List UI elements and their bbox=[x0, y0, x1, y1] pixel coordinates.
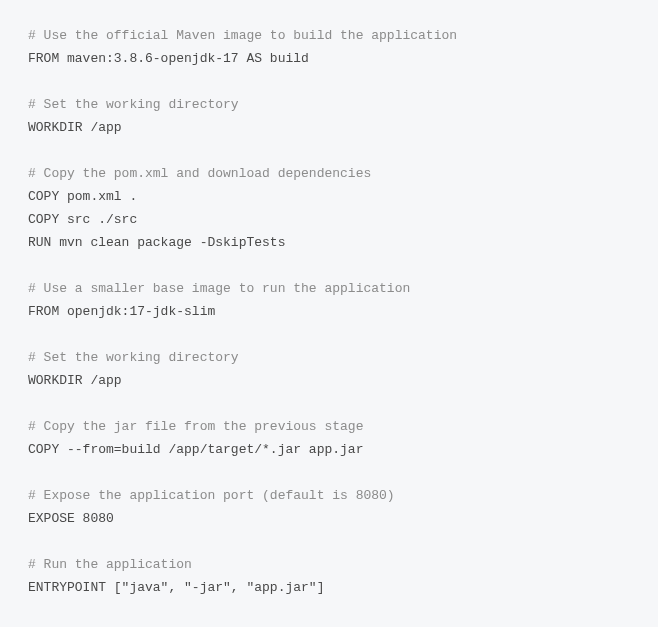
code-line: FROM maven:3.8.6-openjdk-17 AS build bbox=[28, 51, 309, 66]
code-line: COPY --from=build /app/target/*.jar app.… bbox=[28, 442, 363, 457]
code-line: EXPOSE 8080 bbox=[28, 511, 114, 526]
code-line: COPY pom.xml . bbox=[28, 189, 137, 204]
code-line: # Copy the pom.xml and download dependen… bbox=[28, 166, 371, 181]
code-line: FROM openjdk:17-jdk-slim bbox=[28, 304, 215, 319]
dockerfile-code-block: # Use the official Maven image to build … bbox=[28, 24, 630, 599]
code-line: # Set the working directory bbox=[28, 350, 239, 365]
code-line: WORKDIR /app bbox=[28, 373, 122, 388]
code-line: RUN mvn clean package -DskipTests bbox=[28, 235, 285, 250]
code-line: # Set the working directory bbox=[28, 97, 239, 112]
code-line: WORKDIR /app bbox=[28, 120, 122, 135]
code-line: # Copy the jar file from the previous st… bbox=[28, 419, 363, 434]
code-line: # Use a smaller base image to run the ap… bbox=[28, 281, 410, 296]
code-line: COPY src ./src bbox=[28, 212, 137, 227]
code-line: # Run the application bbox=[28, 557, 192, 572]
code-line: # Expose the application port (default i… bbox=[28, 488, 395, 503]
code-line: # Use the official Maven image to build … bbox=[28, 28, 457, 43]
code-line: ENTRYPOINT ["java", "-jar", "app.jar"] bbox=[28, 580, 324, 595]
